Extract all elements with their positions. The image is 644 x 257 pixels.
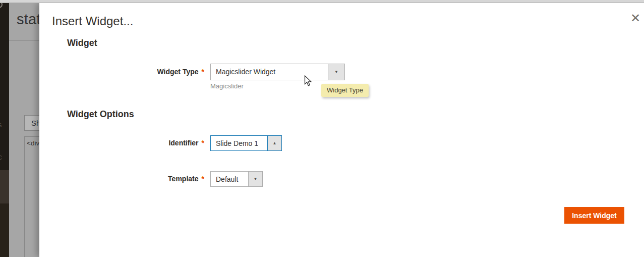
identifier-label: Identifier* [39,139,204,147]
required-asterisk: * [202,68,204,76]
editor-content-partial: <div [27,139,39,147]
mouse-cursor-icon [304,75,313,87]
magento-logo-partial-icon [0,3,3,8]
template-select-value: Default [211,172,248,186]
top-chrome-strip [0,0,644,3]
section-heading-widget-options: Widget Options [67,109,134,120]
required-asterisk: * [202,139,204,147]
close-icon[interactable]: ✕ [627,10,643,26]
chevron-down-icon: ▼ [334,70,338,74]
identifier-select-value: Slide Demo 1 [211,136,267,150]
sidebar-section [0,203,9,257]
identifier-dropdown-button[interactable]: ▲ [267,136,281,150]
template-dropdown-button[interactable]: ▼ [248,172,262,186]
insert-widget-modal: Insert Widget... ✕ Widget Widget Type* M… [39,3,644,257]
identifier-select[interactable]: Slide Demo 1 ▲ [210,135,282,151]
section-heading-widget: Widget [67,38,97,48]
insert-widget-button[interactable]: Insert Widget [564,207,624,224]
template-label: Template* [39,175,204,183]
modal-title: Insert Widget... [52,14,133,28]
sidebar-icon-partial: S [0,122,2,128]
chevron-down-icon: ▼ [254,177,258,181]
widget-type-note: Magicslider [210,82,244,90]
template-select[interactable]: Default ▼ [210,171,263,187]
sidebar-icon-partial: C [0,155,2,161]
chevron-up-icon: ▲ [273,141,277,145]
required-asterisk: * [202,175,204,183]
sidebar-active-item [0,170,9,203]
widget-type-select[interactable]: Magicslider Widget ▼ [210,64,345,80]
widget-type-dropdown-button[interactable]: ▼ [328,64,344,80]
tooltip: Widget Type [321,84,369,97]
widget-type-label: Widget Type* [39,68,204,76]
admin-sidebar: S C [0,3,9,257]
page-title-partial: stat [17,11,41,28]
